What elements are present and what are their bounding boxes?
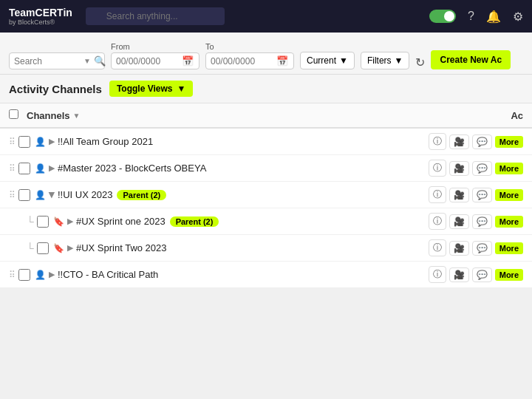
row-actions: ⓘ 🎥 💬 More [429, 266, 523, 283]
row-name: !!CTO - BA Critical Path [58, 269, 429, 280]
info-button[interactable]: ⓘ [429, 213, 446, 230]
drag-handle-icon[interactable]: ⠿ [9, 163, 16, 174]
more-button[interactable]: More [495, 163, 523, 174]
logo-area: TeamCERTin by BlockCerts® [9, 7, 72, 26]
person-icon: 👤 [35, 270, 46, 280]
channels-sort-icon[interactable]: ▼ [73, 112, 81, 120]
row-checkbox[interactable] [37, 216, 49, 228]
more-button[interactable]: More [495, 269, 523, 281]
current-dropdown[interactable]: Current ▼ [300, 52, 355, 69]
drag-handle-icon[interactable]: ⠿ [9, 270, 16, 280]
row-checkbox[interactable] [18, 269, 30, 281]
section-header: Activity Channels Toggle Views ▼ [0, 75, 532, 103]
person-icon: 👤 [35, 163, 46, 174]
parent-tag-badge[interactable]: Parent (2) [117, 190, 166, 200]
channels-column-header: Channels ▼ [27, 110, 464, 121]
chat-button[interactable]: 💬 [472, 188, 492, 202]
drag-handle-icon[interactable]: ⠿ [9, 190, 16, 200]
from-label: From [111, 42, 200, 51]
table-row: ⠿ 👤 ▶ !!UI UX 2023 Parent (2) ⓘ 🎥 💬 More [0, 182, 532, 208]
person-icon: 🔖 [53, 243, 64, 253]
chat-button[interactable]: 💬 [472, 267, 492, 282]
section-title: Activity Channels [9, 83, 102, 95]
tree-line-icon: └ [27, 242, 34, 254]
more-button[interactable]: More [495, 242, 523, 254]
row-actions: ⓘ 🎥 💬 More [429, 186, 523, 203]
global-search-input[interactable] [86, 7, 225, 25]
header-checkbox-col [9, 109, 27, 121]
to-date-input[interactable] [211, 56, 273, 66]
select-all-checkbox[interactable] [9, 109, 18, 119]
channels-table: Channels ▼ Ac ⠿ 👤 ▶ !!All Team Group 202… [0, 103, 532, 288]
table-header: Channels ▼ Ac [0, 103, 532, 129]
toggle-views-button[interactable]: Toggle Views ▼ [109, 81, 193, 97]
video-button[interactable]: 🎥 [449, 161, 469, 176]
toggle-views-label: Toggle Views [117, 83, 173, 94]
current-chevron-icon: ▼ [339, 55, 348, 66]
top-navigation: TeamCERTin by BlockCerts® 🔍 ? 🔔 ⚙ [0, 0, 532, 33]
row-expand-icon[interactable]: ▶ [67, 216, 73, 226]
row-checkbox[interactable] [18, 189, 30, 201]
filters-label: Filters [367, 55, 392, 66]
parent-tag-badge[interactable]: Parent (2) [170, 216, 219, 227]
help-icon[interactable]: ? [468, 10, 474, 23]
refresh-button[interactable]: ↻ [415, 55, 425, 69]
chat-button[interactable]: 💬 [472, 161, 492, 176]
row-expand-icon[interactable]: ▶ [67, 243, 73, 253]
more-button[interactable]: More [495, 216, 523, 228]
from-date-wrap: 📅 [111, 52, 200, 69]
activity-column-header: Ac [464, 110, 523, 121]
table-row: ⠿ 👤 ▶ !!All Team Group 2021 ⓘ 🎥 💬 More [0, 129, 532, 155]
table-row: └ 🔖 ▶ #UX Sprint Two 2023 ⓘ 🎥 💬 More [0, 235, 532, 262]
search-field-wrap: ▼ 🔍 [9, 52, 105, 69]
chat-button[interactable]: 💬 [472, 241, 492, 256]
drag-handle-icon[interactable]: ⠿ [9, 137, 16, 147]
row-name: #UX Sprint Two 2023 [76, 242, 429, 253]
to-date-wrap: 📅 [205, 52, 294, 69]
to-label: To [205, 42, 294, 51]
row-expand-icon[interactable]: ▶ [47, 192, 57, 198]
row-checkbox[interactable] [18, 136, 30, 148]
info-button[interactable]: ⓘ [429, 133, 446, 150]
filters-chevron-icon: ▼ [395, 55, 403, 66]
bell-icon[interactable]: 🔔 [486, 10, 501, 24]
search-dropdown-icon[interactable]: ▼ [83, 57, 91, 65]
info-button[interactable]: ⓘ [429, 266, 446, 283]
chat-button[interactable]: 💬 [472, 214, 492, 229]
row-expand-icon[interactable]: ▶ [49, 163, 55, 173]
tree-line-icon: └ [27, 216, 34, 228]
info-button[interactable]: ⓘ [429, 186, 446, 203]
create-new-button[interactable]: Create New Ac [431, 50, 511, 69]
row-name: !!UI UX 2023 Parent (2) [58, 189, 429, 200]
from-date-input[interactable] [116, 56, 179, 66]
row-checkbox[interactable] [37, 242, 49, 254]
search-button[interactable]: 🔍 [94, 55, 106, 66]
toggle-views-chevron-icon: ▼ [177, 83, 185, 94]
info-button[interactable]: ⓘ [429, 160, 446, 177]
row-expand-icon[interactable]: ▶ [49, 270, 55, 279]
video-button[interactable]: 🎥 [449, 188, 469, 202]
chat-button[interactable]: 💬 [472, 134, 492, 149]
filters-dropdown[interactable]: Filters ▼ [361, 52, 410, 69]
row-checkbox[interactable] [18, 163, 30, 174]
toggle-switch[interactable] [429, 10, 456, 23]
more-button[interactable]: More [495, 189, 523, 201]
video-button[interactable]: 🎥 [449, 267, 469, 282]
video-button[interactable]: 🎥 [449, 134, 469, 149]
row-name: #Master 2023 - BlockCerts OBEYA [58, 163, 429, 174]
more-button[interactable]: More [495, 136, 523, 148]
row-expand-icon[interactable]: ▶ [49, 137, 55, 146]
toolbar: ▼ 🔍 From 📅 To 📅 Current ▼ Filters ▼ ↻ Cr… [0, 33, 532, 75]
current-label: Current [307, 55, 336, 66]
from-calendar-icon[interactable]: 📅 [182, 55, 194, 66]
info-button[interactable]: ⓘ [429, 239, 446, 256]
video-button[interactable]: 🎥 [449, 241, 469, 256]
settings-icon[interactable]: ⚙ [513, 10, 523, 24]
person-icon: 👤 [35, 137, 46, 147]
video-button[interactable]: 🎥 [449, 214, 469, 229]
row-actions: ⓘ 🎥 💬 More [429, 133, 523, 150]
to-calendar-icon[interactable]: 📅 [276, 55, 288, 66]
row-name: #UX Sprint one 2023 Parent (2) [76, 216, 429, 227]
nav-right: ? 🔔 ⚙ [429, 10, 523, 24]
search-input[interactable] [14, 56, 81, 66]
